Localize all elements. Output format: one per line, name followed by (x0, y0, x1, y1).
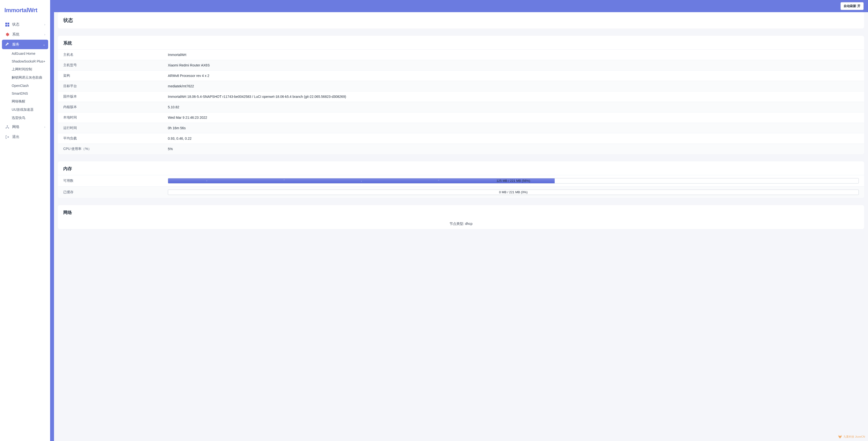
kv-key: 内核版本 (63, 105, 168, 109)
kv-val: ImmortalWrt (168, 53, 859, 57)
row-uptime: 运行时间 0h 16m 56s (58, 123, 864, 133)
chevron-right-icon: › (44, 125, 45, 129)
wrench-icon (5, 42, 10, 47)
topbar: 自动刷新 开 (50, 0, 868, 12)
nav-sub-item[interactable]: ShadowSocksR Plus+ (2, 57, 48, 65)
content: 状态 系统 主机名 ImmortalWrt 主机型号 Xiaomi Redmi … (54, 12, 868, 441)
page-title: 状态 (63, 17, 859, 24)
nav-logout[interactable]: 退出 (2, 132, 48, 142)
main: 自动刷新 开 状态 系统 主机名 ImmortalWrt 主机型号 Xiaomi… (50, 0, 868, 441)
svg-rect-2 (5, 25, 7, 27)
network-card: 网络 节点类型: dhcp (58, 205, 864, 229)
kv-val: 0h 16m 56s (168, 126, 859, 130)
card-header-system: 系统 (58, 36, 864, 50)
svg-point-4 (7, 125, 8, 126)
row-mem-cached: 已缓存 0 MB / 221 MB (0%) (58, 186, 864, 198)
nav-sub-item[interactable]: AdGuard Home (2, 50, 48, 57)
logout-icon (5, 135, 10, 139)
page-title-card: 状态 (58, 12, 864, 28)
row-cpu: CPU 使用率（%） 5% (58, 144, 864, 154)
progress-bar-cached: 0 MB / 221 MB (0%) (168, 189, 859, 195)
sidebar: ImmortalWrt 状态 › 系统 › 服务 ⌄ AdGuard HomeS… (0, 0, 50, 441)
svg-rect-3 (7, 25, 9, 27)
kv-key: CPU 使用率（%） (63, 147, 168, 151)
chevron-right-icon: › (44, 33, 45, 36)
nav-label: 状态 (12, 22, 44, 27)
progress-text: 125 MB / 221 MB (56%) (168, 178, 859, 183)
kv-val: Wed Mar 9 21:46:23 2022 (168, 116, 859, 119)
row-localtime: 本地时间 Wed Mar 9 21:46:23 2022 (58, 112, 864, 123)
kv-key: 本地时间 (63, 115, 168, 120)
nav-sub-item[interactable]: 迅雷快鸟 (2, 114, 48, 122)
system-card: 系统 主机名 ImmortalWrt 主机型号 Xiaomi Redmi Rou… (58, 36, 864, 154)
row-mem-available: 可用数 125 MB / 221 MB (56%) (58, 175, 864, 186)
kv-val: ImmortalWrt 18.06-5.4-SNAPSHOT r11743-be… (168, 95, 859, 98)
kv-val: 0.93, 0.46, 0.22 (168, 137, 859, 141)
kv-val: Xiaomi Redmi Router AX6S (168, 63, 859, 67)
kv-key: 可用数 (63, 179, 168, 183)
progress-text: 0 MB / 221 MB (0%) (168, 190, 859, 195)
kv-key: 主机型号 (63, 63, 168, 67)
kv-val: mediatek/mt7622 (168, 84, 859, 88)
card-header-network: 网络 (58, 205, 864, 219)
nav-sub-item[interactable]: SmartDNS (2, 90, 48, 97)
nav-sub-item[interactable]: 网络唤醒 (2, 97, 48, 106)
dashboard-icon (5, 23, 10, 27)
kv-val: 5.10.82 (168, 105, 859, 109)
auto-refresh-button[interactable]: 自动刷新 开 (840, 2, 864, 10)
kv-val: 5% (168, 147, 859, 151)
row-load: 平均负载 0.93, 0.46, 0.22 (58, 133, 864, 144)
kv-key: 运行时间 (63, 126, 168, 130)
progress-bar-available: 125 MB / 221 MB (56%) (168, 178, 859, 183)
nav-sub-item[interactable]: UU游戏加速器 (2, 106, 48, 114)
kv-key: 架构 (63, 74, 168, 78)
nav-network[interactable]: 网络 › (2, 122, 48, 132)
watermark: 九重科技 JiuxeCN (838, 434, 865, 439)
row-firmware: 固件版本 ImmortalWrt 18.06-5.4-SNAPSHOT r117… (58, 91, 864, 102)
kv-val: ARMv8 Processor rev 4 x 2 (168, 74, 859, 78)
row-target: 目标平台 mediatek/mt7622 (58, 81, 864, 91)
kv-key: 平均负载 (63, 136, 168, 141)
svg-rect-1 (7, 23, 9, 24)
nav-label: 系统 (12, 32, 44, 37)
row-model: 主机型号 Xiaomi Redmi Router AX6S (58, 60, 864, 70)
svg-rect-0 (5, 23, 7, 24)
fox-icon (838, 434, 842, 439)
card-header-memory: 内存 (58, 161, 864, 175)
nav-sub-item[interactable]: 上网时间控制 (2, 65, 48, 74)
kv-key: 已缓存 (63, 190, 168, 195)
chevron-right-icon: › (44, 23, 45, 26)
nav-label: 网络 (12, 125, 44, 129)
row-arch: 架构 ARMv8 Processor rev 4 x 2 (58, 70, 864, 81)
kv-key: 固件版本 (63, 94, 168, 99)
row-hostname: 主机名 ImmortalWrt (58, 50, 864, 60)
nav-services[interactable]: 服务 ⌄ (2, 40, 48, 49)
nav-system[interactable]: 系统 › (2, 30, 48, 39)
network-node-type: 节点类型: dhcp (58, 219, 864, 229)
watermark-text: 九重科技 JiuxeCN (843, 435, 865, 439)
row-kernel: 内核版本 5.10.82 (58, 102, 864, 112)
brand-logo: ImmortalWrt (2, 2, 48, 20)
kv-key: 目标平台 (63, 84, 168, 88)
gear-icon (5, 33, 10, 36)
nav-status[interactable]: 状态 › (2, 20, 48, 29)
nav-label: 退出 (12, 135, 45, 139)
network-icon (5, 125, 10, 129)
nav-sub-item[interactable]: OpenClash (2, 82, 48, 90)
nav-sub-item[interactable]: 解锁网易云灰色歌曲 (2, 74, 48, 82)
memory-card: 内存 可用数 125 MB / 221 MB (56%) 已缓存 0 MB / … (58, 161, 864, 198)
chevron-down-icon: ⌄ (43, 43, 45, 46)
nav-label: 服务 (12, 42, 43, 47)
kv-key: 主机名 (63, 53, 168, 57)
